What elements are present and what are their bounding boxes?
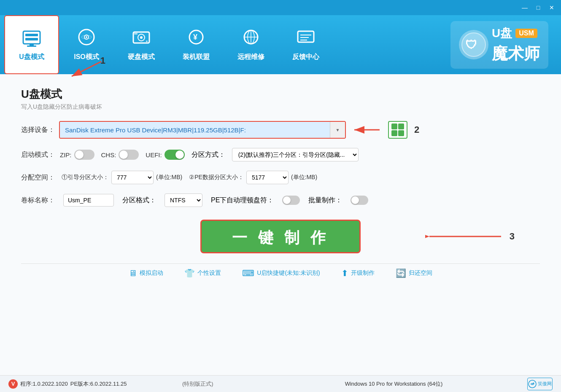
green-grid-icon: [391, 124, 404, 136]
volume-row: 卷标名称： 分区格式： NTFS PE下自动理顿盘符： 批量制作：: [21, 193, 540, 207]
device-select-box[interactable]: SanDisk Extreme Pro USB Device|RM3|MBR|1…: [59, 121, 346, 139]
usb-shortcut-label: U启快捷键(未知:未识别): [257, 269, 320, 277]
toolbar-personal-settings[interactable]: 👕 个性设置: [184, 268, 221, 278]
bottom-toolbar: 🖥 模拟启动 👕 个性设置 ⌨ U启快捷键(未知:未识别) ⬆ 开级制作 🔄 归…: [21, 263, 540, 282]
personal-settings-label: 个性设置: [197, 269, 221, 277]
uefi-toggle[interactable]: [165, 150, 185, 160]
oneclick-button[interactable]: 一 键 制 作: [200, 220, 361, 253]
svg-text:¥: ¥: [193, 33, 197, 41]
nav-install-union[interactable]: ¥ 装机联盟: [169, 15, 224, 74]
uefi-label: UEFI:: [146, 151, 162, 158]
device-label: 选择设备：: [21, 126, 55, 134]
svg-point-33: [533, 382, 534, 384]
pe-version: PE版本:6.0.2022.11.25: [70, 380, 127, 388]
statusbar-edition: (特别版正式): [135, 380, 260, 388]
nav-disk-mode[interactable]: 硬盘模式: [114, 15, 169, 74]
auto-toggle[interactable]: [282, 196, 300, 205]
format-select[interactable]: NTFS: [165, 193, 202, 207]
svg-rect-1: [25, 34, 38, 36]
device-dropdown-btn[interactable]: ▼: [330, 122, 345, 138]
chs-toggle-item: CHS:: [101, 150, 139, 160]
format-label: 分区格式：: [122, 196, 156, 205]
boot-partition-group: ①引导分区大小： 777 (单位:MB): [62, 171, 182, 184]
nav-usb-mode[interactable]: U盘模式: [4, 15, 59, 74]
zip-label: ZIP:: [60, 151, 72, 158]
v-badge: V: [8, 379, 18, 389]
annotation-3-label: 3: [510, 231, 515, 242]
toolbar-restore-space[interactable]: 🔄 归还空间: [396, 268, 432, 278]
toolbar-simulate-boot[interactable]: 🖥 模拟启动: [129, 268, 163, 278]
batch-toggle-knob: [351, 196, 359, 204]
fish-logo-text: 笑傲网: [538, 381, 552, 387]
usb-mode-label: U盘模式: [19, 53, 44, 62]
statusbar-os: Windows 10 Pro for Workstations (64位): [269, 380, 519, 388]
oneclick-container: 一 键 制 作 3: [21, 220, 540, 253]
auto-toggle-knob: [283, 196, 291, 204]
volume-name-input[interactable]: [63, 194, 114, 207]
statusbar-version: V 程序:1.0.2022.1020 PE版本:6.0.2022.11.25: [8, 379, 127, 389]
annotation-arrow-2-svg: [350, 121, 384, 138]
upgrade-make-label: 开级制作: [351, 269, 375, 277]
install-union-icon: ¥: [186, 28, 207, 49]
partition-select[interactable]: (2)(默认推荐)三个分区：引导分区(隐藏...: [232, 148, 359, 161]
batch-label: 批量制作：: [308, 196, 342, 205]
svg-point-11: [140, 36, 143, 39]
simulate-boot-label: 模拟启动: [140, 269, 163, 277]
statusbar: V 程序:1.0.2022.1020 PE版本:6.0.2022.11.25 (…: [0, 375, 561, 392]
boot-partition-label: ①引导分区大小：: [62, 174, 109, 181]
disk-mode-label: 硬盘模式: [128, 53, 155, 62]
feedback-icon: [295, 28, 316, 49]
svg-text:🛡: 🛡: [465, 38, 477, 51]
section-subtitle: 写入U盘隐藏分区防止病毒破坏: [21, 103, 540, 111]
top-navigation: U盘模式 ISO模式: [0, 15, 561, 74]
toolbar-usb-shortcut[interactable]: ⌨ U启快捷键(未知:未识别): [242, 268, 320, 278]
device-row: 选择设备： SanDisk Extreme Pro USB Device|RM3…: [21, 121, 540, 139]
maximize-button[interactable]: □: [532, 3, 544, 13]
logo-text: U盘 USM 魔术师: [492, 25, 540, 64]
data-partition-select[interactable]: 5177: [246, 171, 289, 184]
restore-space-icon: 🔄: [396, 268, 406, 278]
usb-shortcut-icon: ⌨: [242, 268, 254, 278]
data-partition-label: ②PE数据分区大小：: [189, 174, 244, 181]
section-title: U盘模式: [21, 87, 540, 102]
minimize-button[interactable]: —: [519, 3, 531, 13]
close-button[interactable]: ✕: [546, 3, 558, 13]
nav-remote-repair[interactable]: 远程维修: [224, 15, 278, 74]
remote-repair-icon: [240, 28, 262, 49]
usb-mode-icon: [21, 28, 42, 49]
device-refresh-button[interactable]: [388, 121, 407, 139]
uefi-toggle-knob: [175, 150, 184, 159]
toolbar-upgrade-make[interactable]: ⬆ 开级制作: [341, 268, 375, 278]
titlebar: — □ ✕: [0, 0, 561, 15]
volume-label: 卷标名称：: [21, 196, 55, 205]
nav-feedback[interactable]: 反馈中心: [278, 15, 333, 74]
iso-mode-icon: [76, 28, 97, 49]
logo-area: 🛡 U盘 USM 魔术师: [450, 15, 557, 74]
device-select-text: SanDisk Extreme Pro USB Device|RM3|MBR|1…: [60, 122, 330, 138]
zip-toggle[interactable]: [74, 150, 94, 160]
statusbar-right: 笑傲网: [527, 378, 553, 390]
space-label: 分配空间：: [21, 173, 55, 182]
chs-toggle[interactable]: [119, 150, 139, 160]
uefi-toggle-item: UEFI:: [146, 150, 184, 160]
boot-mode-row: 启动模式： ZIP: CHS: UEFI:: [21, 148, 540, 161]
svg-rect-0: [23, 31, 40, 44]
annotation-arrow-1: 1: [59, 55, 110, 82]
logo-icon: 🛡: [459, 30, 488, 59]
annotation-arrow-3-svg: [425, 224, 510, 249]
svg-point-13: [146, 40, 148, 42]
main-window: — □ ✕ U盘模式: [0, 0, 561, 392]
boot-partition-select[interactable]: 777: [111, 171, 154, 184]
svg-line-27: [72, 62, 101, 76]
restore-space-label: 归还空间: [409, 269, 432, 277]
batch-toggle[interactable]: [351, 196, 368, 205]
svg-rect-12: [134, 33, 138, 35]
auto-label: PE下自动理顿盘符：: [211, 196, 274, 205]
svg-rect-2: [25, 38, 38, 40]
chs-toggle-knob: [119, 150, 128, 159]
annotation-arrow-3: 3: [425, 224, 515, 249]
toggle-group: ZIP: CHS: UEFI: 分区方式：: [60, 148, 359, 161]
feedback-label: 反馈中心: [292, 53, 319, 62]
usm-badge: USM: [515, 29, 537, 38]
chs-label: CHS:: [101, 151, 116, 158]
